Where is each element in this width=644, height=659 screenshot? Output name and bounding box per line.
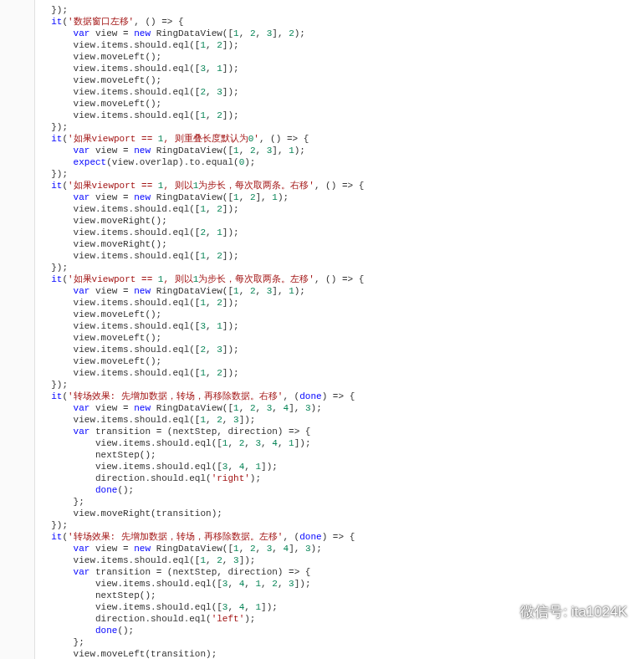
svg-point-4 bbox=[507, 613, 508, 614]
svg-point-2 bbox=[501, 610, 502, 610]
code-content: }); it('数据窗口左移', () => { var view = new … bbox=[35, 0, 644, 659]
svg-point-5 bbox=[509, 613, 510, 614]
wechat-watermark: 微信号: ita1024K bbox=[496, 603, 627, 621]
gutter bbox=[0, 0, 35, 659]
wechat-icon bbox=[496, 603, 514, 621]
svg-point-3 bbox=[504, 610, 505, 610]
svg-point-0 bbox=[498, 606, 507, 615]
code-editor: }); it('数据窗口左移', () => { var view = new … bbox=[0, 0, 644, 659]
watermark-text: 微信号: ita1024K bbox=[520, 606, 627, 618]
